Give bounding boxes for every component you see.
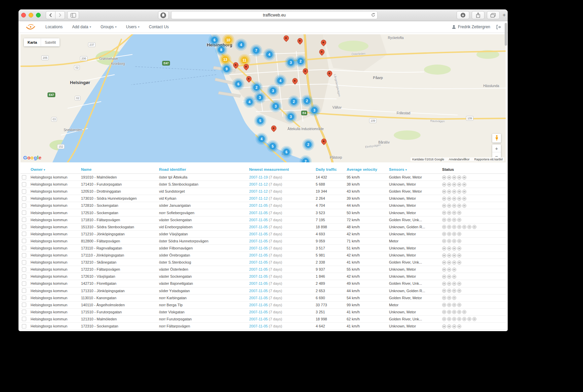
- cluster-marker[interactable]: 3: [270, 100, 282, 112]
- column-header-sensors[interactable]: Sensors: [388, 165, 441, 174]
- nav-item-groups[interactable]: Groups: [101, 25, 117, 29]
- row-checkbox[interactable]: [22, 303, 26, 307]
- measurement-date-link[interactable]: 2007-11-05: [249, 239, 268, 243]
- map-type-karta-button[interactable]: Karta: [24, 38, 41, 46]
- cluster-marker[interactable]: 2: [300, 155, 312, 162]
- map-type-satellit-button[interactable]: Satellit: [41, 38, 60, 46]
- measurement-date-link[interactable]: 2007-11-05: [249, 225, 268, 229]
- user-menu[interactable]: Fredrik Zettergren: [452, 25, 490, 29]
- measurement-date-link[interactable]: 2007-11-05: [249, 317, 268, 321]
- nav-item-contact-us[interactable]: Contact Us: [149, 25, 169, 29]
- attribution-link[interactable]: Användarvillkor: [449, 158, 470, 161]
- measurement-date-link[interactable]: 2007-11-12: [249, 189, 268, 193]
- reload-icon[interactable]: [371, 13, 375, 17]
- cluster-marker[interactable]: 3: [285, 111, 297, 123]
- sidebar-toggle-button[interactable]: [67, 11, 79, 19]
- row-checkbox[interactable]: [22, 203, 26, 208]
- cluster-marker[interactable]: 4: [256, 133, 268, 145]
- row-checkbox[interactable]: [22, 267, 26, 272]
- row-checkbox[interactable]: [22, 239, 26, 243]
- minimize-window-button[interactable]: [29, 13, 33, 17]
- close-window-button[interactable]: [21, 13, 26, 17]
- row-checkbox[interactable]: [22, 225, 26, 229]
- zoom-in-button[interactable]: +: [492, 145, 501, 152]
- row-checkbox[interactable]: [22, 310, 26, 314]
- row-checkbox[interactable]: [22, 274, 26, 279]
- status-dot-icon: [452, 275, 456, 279]
- row-checkbox[interactable]: [22, 281, 26, 286]
- measurement-date-link[interactable]: 2007-11-05: [249, 324, 268, 328]
- attribution-link[interactable]: Rapportera ett kartfel: [474, 158, 503, 161]
- row-checkbox[interactable]: [22, 296, 26, 300]
- row-checkbox[interactable]: [22, 189, 26, 194]
- measurement-date-link[interactable]: 2007-11-05: [249, 289, 268, 293]
- measurement-date-link[interactable]: 2007-11-05: [249, 296, 268, 300]
- extension-button[interactable]: [158, 11, 169, 19]
- measurement-date-link[interactable]: 2007-11-05: [249, 260, 268, 264]
- column-header-daily-traffic[interactable]: Daily traffic: [314, 165, 345, 174]
- row-checkbox[interactable]: [22, 175, 26, 180]
- cluster-marker[interactable]: 3: [308, 104, 320, 116]
- measurement-period: (7 days): [269, 196, 282, 200]
- measurement-date-link[interactable]: 2007-11-05: [249, 232, 268, 236]
- row-checkbox[interactable]: [22, 218, 26, 222]
- column-header-newest-measurement[interactable]: Newest measurement: [248, 165, 314, 174]
- logout-icon[interactable]: [496, 25, 501, 29]
- measurement-date-link[interactable]: 2007-11-05: [249, 267, 268, 271]
- cluster-marker[interactable]: 2: [295, 55, 307, 67]
- cluster-marker[interactable]: 4: [274, 75, 286, 87]
- cluster-marker[interactable]: 2: [288, 95, 300, 108]
- row-checkbox[interactable]: [22, 210, 26, 215]
- nav-item-add-data[interactable]: Add data: [72, 25, 91, 29]
- measurement-date-link[interactable]: 2007-11-05: [249, 303, 268, 307]
- cluster-marker[interactable]: 4: [235, 39, 247, 51]
- measurement-date-link[interactable]: 2007-11-05: [249, 253, 268, 257]
- back-button[interactable]: [46, 11, 55, 19]
- cluster-marker[interactable]: 5: [267, 140, 279, 152]
- forward-button[interactable]: [55, 11, 65, 19]
- cluster-marker[interactable]: 6: [232, 78, 244, 90]
- row-checkbox[interactable]: [22, 260, 26, 265]
- measurement-date-link[interactable]: 2007-11-19: [249, 175, 268, 179]
- row-checkbox[interactable]: [22, 288, 26, 293]
- column-header-owner[interactable]: Owner: [29, 165, 80, 174]
- measurement-date-link[interactable]: 2007-11-05: [249, 203, 268, 207]
- cluster-marker[interactable]: 5: [254, 115, 266, 127]
- measurement-date-link[interactable]: 2007-11-05: [249, 281, 268, 285]
- measurement-date-link[interactable]: 2007-11-05: [249, 310, 268, 314]
- column-header-average-velocity[interactable]: Average velocity: [345, 165, 388, 174]
- row-checkbox[interactable]: [22, 253, 26, 258]
- address-bar[interactable]: trafficweb.eu: [171, 11, 378, 19]
- share-button[interactable]: [472, 11, 484, 19]
- row-checkbox[interactable]: [22, 232, 26, 236]
- measurement-date-link[interactable]: 2007-11-05: [249, 211, 268, 215]
- measurement-date-link[interactable]: 2007-11-05: [249, 218, 268, 222]
- tab-overview-button[interactable]: [487, 11, 500, 19]
- row-checkbox[interactable]: [22, 246, 26, 250]
- nav-item-users[interactable]: Users: [126, 25, 140, 29]
- page-scrollbar[interactable]: [505, 23, 507, 46]
- row-checkbox[interactable]: [22, 182, 26, 187]
- column-header-name[interactable]: Name: [80, 165, 158, 174]
- cluster-marker[interactable]: 2: [302, 139, 314, 151]
- cluster-marker[interactable]: 6: [280, 146, 293, 158]
- row-checkbox[interactable]: [22, 324, 26, 328]
- downloads-button[interactable]: [457, 11, 469, 19]
- cluster-marker[interactable]: 7: [250, 44, 262, 56]
- zoom-window-button[interactable]: [36, 13, 41, 17]
- cluster-marker[interactable]: 3: [254, 91, 266, 104]
- column-header-road-identifier[interactable]: Road identifier: [158, 165, 248, 174]
- traffic-map[interactable]: HelsingborgHelsingørGrønnehaveKronborgSn…: [21, 34, 506, 162]
- new-tab-button[interactable]: +: [502, 12, 506, 18]
- measurement-date-link[interactable]: 2007-11-05: [249, 246, 268, 250]
- row-checkbox[interactable]: [22, 317, 26, 321]
- measurement-date-link[interactable]: 2007-11-12: [249, 182, 268, 186]
- cluster-marker[interactable]: 4: [263, 48, 275, 61]
- nav-item-locations[interactable]: Locations: [45, 25, 63, 29]
- pegman-control[interactable]: [492, 134, 501, 143]
- cluster-marker[interactable]: 4: [243, 96, 256, 108]
- row-checkbox[interactable]: [22, 196, 26, 201]
- measurement-date-link[interactable]: 2007-11-12: [249, 196, 268, 200]
- measurement-date-link[interactable]: 2007-11-05: [249, 274, 268, 278]
- cluster-marker[interactable]: 9: [221, 63, 233, 75]
